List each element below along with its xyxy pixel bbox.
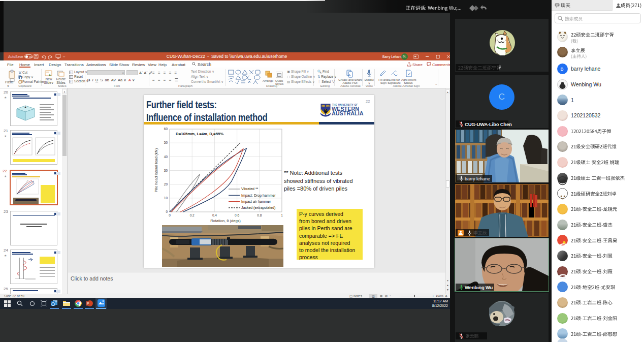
- svg-text:Pile head lateral load (kN): Pile head lateral load (kN): [154, 148, 158, 192]
- svg-text:0: 0: [166, 210, 168, 213]
- svg-text:20: 20: [164, 182, 168, 186]
- svg-text:Jacked (extrapolated): Jacked (extrapolated): [241, 206, 275, 210]
- svg-text:Impact air hammer: Impact air hammer: [241, 200, 271, 204]
- svg-text:0.2: 0.2: [190, 213, 195, 217]
- svg-text:1: 1: [281, 213, 283, 217]
- svg-text:Vibrated **: Vibrated **: [241, 187, 259, 191]
- svg-text:30: 30: [164, 169, 168, 172]
- svg-text:0.4: 0.4: [212, 213, 217, 217]
- svg-text:0: 0: [169, 213, 171, 217]
- svg-text:P: P: [87, 302, 89, 305]
- svg-text:0.8: 0.8: [257, 213, 262, 217]
- svg-text:60: 60: [164, 127, 168, 131]
- svg-text:40: 40: [164, 155, 168, 159]
- svg-text:10: 10: [164, 196, 168, 200]
- svg-text:50: 50: [164, 141, 168, 144]
- svg-text:0.6: 0.6: [235, 213, 239, 217]
- svg-text:Rotation, θ (degs): Rotation, θ (degs): [210, 219, 241, 223]
- svg-text:D=165mm, L=4m, Dr=55%: D=165mm, L=4m, Dr=55%: [176, 132, 223, 137]
- svg-text:Impact: Drop hammer: Impact: Drop hammer: [241, 194, 276, 198]
